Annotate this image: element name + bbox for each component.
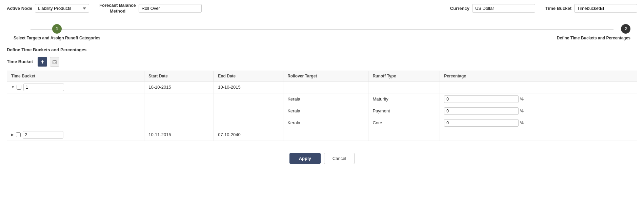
stepper-section: 1 Select Targets and Assign Runoff Categ… bbox=[0, 17, 644, 44]
sub-end-date-1a bbox=[214, 93, 283, 105]
row-checkbox-1[interactable] bbox=[17, 85, 21, 90]
sub-start-date-1a bbox=[144, 93, 214, 105]
start-date-2: 10-11-2015 bbox=[144, 129, 214, 141]
active-node-label: Active Node bbox=[7, 6, 32, 11]
forecast-balance-field: Forecast BalanceMethod bbox=[99, 3, 202, 14]
footer-bar: Apply Cancel bbox=[0, 148, 644, 169]
data-table: Time Bucket Start Date End Date Rollover… bbox=[7, 71, 637, 141]
sub-end-date-1b bbox=[214, 105, 283, 117]
svg-rect-0 bbox=[53, 61, 56, 64]
row-checkbox-2[interactable] bbox=[16, 132, 21, 137]
table-row: ▼ 10-10-2015 10-10-2015 bbox=[7, 81, 637, 93]
main-content: Define Time Buckets and Percentages Time… bbox=[0, 44, 644, 144]
col-rollover-target: Rollover Target bbox=[283, 71, 368, 81]
pct-symbol-1b: % bbox=[520, 109, 524, 113]
trash-icon bbox=[52, 59, 57, 64]
active-node-select[interactable]: Liability Products bbox=[35, 4, 89, 13]
currency-input[interactable] bbox=[472, 4, 535, 13]
sub-runoff-type-1c: Core bbox=[368, 117, 440, 129]
runoff-type-1 bbox=[368, 81, 440, 93]
col-runoff-type: Runoff Type bbox=[368, 71, 440, 81]
table-header-row: Time Bucket Start Date End Date Rollover… bbox=[7, 71, 637, 81]
forecast-balance-input[interactable] bbox=[139, 4, 202, 13]
step-2-label: Define Time Buckets and Percentages bbox=[557, 36, 630, 40]
time-bucket-toolbar: Time Bucket + bbox=[7, 57, 637, 67]
currency-label: Currency bbox=[450, 6, 469, 11]
cancel-button[interactable]: Cancel bbox=[324, 153, 355, 164]
pct-symbol-1a: % bbox=[520, 97, 524, 102]
sub-percentage-cell-1b: % bbox=[440, 105, 637, 117]
col-percentage: Percentage bbox=[440, 71, 637, 81]
stepper: 1 Select Targets and Assign Runoff Categ… bbox=[14, 24, 630, 40]
step-1-label: Select Targets and Assign Runoff Categor… bbox=[14, 36, 100, 40]
end-date-2: 07-10-2040 bbox=[214, 129, 283, 141]
stepper-line bbox=[31, 29, 613, 30]
step-1: 1 Select Targets and Assign Runoff Categ… bbox=[14, 24, 100, 40]
currency-field: Currency bbox=[450, 4, 535, 13]
col-start-date: Start Date bbox=[144, 71, 214, 81]
header-bar: Active Node Liability Products Forecast … bbox=[0, 0, 644, 17]
sub-bucket-cell-1c bbox=[7, 117, 144, 129]
apply-button[interactable]: Apply bbox=[289, 153, 321, 164]
sub-bucket-cell-1b bbox=[7, 105, 144, 117]
forecast-balance-label: Forecast BalanceMethod bbox=[99, 3, 136, 14]
pct-input-1b[interactable] bbox=[444, 107, 519, 115]
sub-rollover-target-1c: Kerala bbox=[283, 117, 368, 129]
sub-bucket-cell-1a bbox=[7, 93, 144, 105]
sub-runoff-type-1b: Payment bbox=[368, 105, 440, 117]
time-bucket-toolbar-label: Time Bucket bbox=[7, 59, 33, 64]
bucket-cell-2: ▶ bbox=[7, 129, 144, 141]
expand-arrow-2[interactable]: ▶ bbox=[11, 133, 14, 137]
pct-input-1a[interactable] bbox=[444, 95, 519, 103]
section-title: Define Time Buckets and Percentages bbox=[7, 47, 637, 52]
expand-arrow-1[interactable]: ▼ bbox=[11, 85, 15, 89]
percentage-2 bbox=[440, 129, 637, 141]
sub-start-date-1b bbox=[144, 105, 214, 117]
table-sub-row: Kerala Maturity % bbox=[7, 93, 637, 105]
active-node-field: Active Node Liability Products bbox=[7, 4, 89, 13]
percentage-1 bbox=[440, 81, 637, 93]
sub-end-date-1c bbox=[214, 117, 283, 129]
table-row: ▶ 10-11-2015 07-10-2040 bbox=[7, 129, 637, 141]
table-sub-row: Kerala Payment % bbox=[7, 105, 637, 117]
bucket-input-2[interactable] bbox=[23, 131, 63, 139]
pct-input-1c[interactable] bbox=[444, 119, 519, 127]
runoff-type-2 bbox=[368, 129, 440, 141]
step-2: 2 Define Time Buckets and Percentages bbox=[557, 24, 630, 40]
col-end-date: End Date bbox=[214, 71, 283, 81]
sub-percentage-cell-1a: % bbox=[440, 93, 637, 105]
table-sub-row: Kerala Core % bbox=[7, 117, 637, 129]
delete-row-button[interactable] bbox=[50, 57, 59, 67]
time-bucket-header-label: Time Bucket bbox=[545, 6, 571, 11]
bucket-cell-1: ▼ bbox=[7, 81, 144, 93]
add-row-button[interactable]: + bbox=[38, 57, 47, 67]
sub-start-date-1c bbox=[144, 117, 214, 129]
sub-rollover-target-1b: Kerala bbox=[283, 105, 368, 117]
sub-percentage-cell-1c: % bbox=[440, 117, 637, 129]
time-bucket-header-input[interactable] bbox=[574, 4, 637, 13]
start-date-1: 10-10-2015 bbox=[144, 81, 214, 93]
time-bucket-header-field: Time Bucket bbox=[545, 4, 637, 13]
bucket-input-1[interactable] bbox=[23, 84, 64, 91]
rollover-target-1 bbox=[283, 81, 368, 93]
sub-rollover-target-1a: Kerala bbox=[283, 93, 368, 105]
pct-symbol-1c: % bbox=[520, 121, 524, 125]
sub-runoff-type-1a: Maturity bbox=[368, 93, 440, 105]
step-1-circle: 1 bbox=[52, 24, 62, 34]
col-time-bucket: Time Bucket bbox=[7, 71, 144, 81]
rollover-target-2 bbox=[283, 129, 368, 141]
end-date-1: 10-10-2015 bbox=[214, 81, 283, 93]
step-2-circle: 2 bbox=[621, 24, 630, 34]
